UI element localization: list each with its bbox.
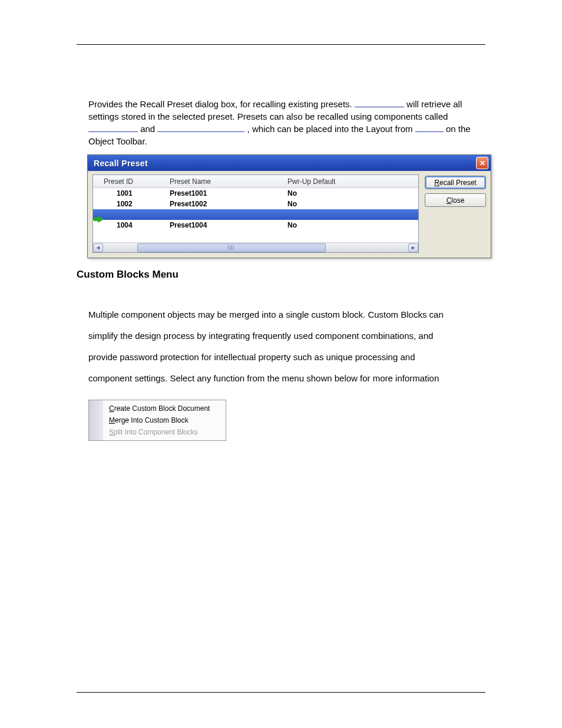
scroll-track[interactable] [103,243,408,252]
top-rule [77,44,485,45]
text: and [140,124,157,134]
titlebar[interactable]: Recall Preset ✕ [88,155,491,171]
column-preset-name[interactable]: Preset Name [170,177,287,186]
cell-pwrup-default: No [287,200,376,208]
column-pwrup-default[interactable]: Pwr-Up Default [287,177,376,186]
cell-preset-name: Preset1002 [170,200,287,208]
menu-item[interactable]: Merge Into Custom Block [103,414,226,426]
close-icon[interactable]: ✕ [476,157,488,169]
scroll-left-button[interactable]: ◄ [93,243,103,252]
section-heading-custom-blocks: Custom Blocks Menu [77,269,485,281]
body-paragraph: Multiple component objects may be merged… [88,304,454,389]
menu-gutter [89,400,103,440]
text: Provides the Recall Preset dialog box, f… [88,99,355,109]
menu-item: Split Into Component Blocks [103,426,226,438]
list-header: Preset ID Preset Name Pwr-Up Default [93,175,418,188]
bottom-rule [77,692,485,693]
table-row[interactable]: 1001Preset1001No [93,188,418,199]
scroll-thumb[interactable] [137,243,326,252]
table-row[interactable] [93,209,418,220]
cell-preset-id: 1004 [93,221,170,229]
cell-preset-name: Preset1004 [170,221,287,229]
link-blank-layout[interactable] [415,124,444,132]
link-blank-comp1[interactable] [88,124,138,132]
cell-pwrup-default: No [287,221,376,229]
horizontal-scrollbar[interactable]: ◄ ► [93,242,418,252]
menu-item[interactable]: Create Custom Block Document [103,403,226,414]
table-row[interactable]: 1002Preset1002No [93,199,418,209]
text: , which can be placed into the Layout fr… [247,124,415,134]
scroll-right-button[interactable]: ► [408,243,418,252]
dialog-title: Recall Preset [94,159,148,168]
preset-list: Preset ID Preset Name Pwr-Up Default 100… [92,174,419,253]
custom-blocks-menu: Create Custom Block DocumentMerge Into C… [88,400,226,441]
link-blank-recall[interactable] [355,99,404,107]
table-row[interactable]: 1004Preset1004No [93,220,418,230]
intro-paragraph: Provides the Recall Preset dialog box, f… [88,98,485,147]
recall-preset-dialog: Recall Preset ✕ Preset ID Preset Name Pw… [87,154,491,258]
cell-pwrup-default: No [287,189,376,197]
cell-preset-id: 1001 [93,189,170,197]
link-blank-comp2[interactable] [157,124,244,132]
cell-preset-name: Preset1001 [170,189,287,197]
close-button[interactable]: Close [425,193,486,207]
recall-preset-button[interactable]: Recall Preset [425,176,486,189]
column-preset-id[interactable]: Preset ID [93,177,170,186]
cell-preset-id: 1002 [93,200,170,208]
